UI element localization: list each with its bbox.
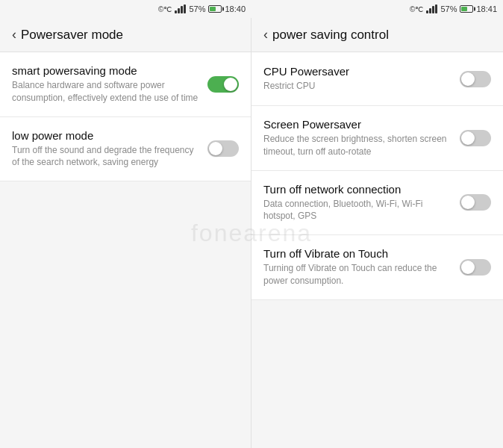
low-power-toggle[interactable] — [207, 140, 239, 157]
left-settings-list: smart powersaving mode Balance hardware … — [0, 52, 251, 448]
nav-title-left: Powersaver mode — [21, 28, 123, 43]
back-button-left[interactable]: ‹ Powersaver mode — [12, 27, 123, 43]
nav-header-left: ‹ Powersaver mode — [0, 18, 251, 52]
status-bar-left: ©℃ 57% 18:40 — [0, 0, 251, 18]
time-right: 18:41 — [476, 4, 497, 13]
smart-powersaving-toggle[interactable] — [207, 76, 239, 93]
back-arrow-right-icon: ‹ — [263, 27, 268, 43]
low-power-desc: Turn off the sound and degrade the frequ… — [12, 144, 199, 169]
screen-toggle-track — [460, 130, 491, 146]
battery-icon-right — [460, 5, 473, 13]
battery-percent-left: 57% — [189, 4, 205, 13]
cpu-powersaver-desc: Restrict CPU — [263, 80, 451, 93]
signal-bars-left — [175, 4, 186, 13]
battery-percent-right: 57% — [440, 4, 457, 13]
cpu-powersaver-text: CPU Powersaver Restrict CPU — [263, 65, 460, 93]
status-bar-right: ©℃ 57% 18:41 — [251, 0, 503, 18]
network-toggle-track — [460, 194, 491, 211]
network-connection-item: Turn off network connection Data connect… — [251, 171, 503, 236]
right-settings-list: CPU Powersaver Restrict CPU Screen Power… — [251, 52, 503, 448]
network-connection-desc: Data connection, Bluetooth, Wi-Fi, Wi-Fi… — [263, 198, 451, 223]
time-left: 18:40 — [225, 4, 246, 13]
screen-powersaver-desc: Reduce the screen brightness, shorten sc… — [263, 133, 451, 158]
status-icons-right: ©℃ — [410, 5, 423, 13]
screen-powersaver-item: Screen Powersaver Reduce the screen brig… — [251, 106, 503, 171]
cpu-powersaver-item: CPU Powersaver Restrict CPU — [251, 52, 503, 106]
low-power-toggle-thumb — [209, 142, 222, 155]
low-power-item: low power mode Turn off the sound and de… — [0, 117, 251, 182]
vibrate-toggle-thumb — [461, 261, 475, 274]
status-bars: ©℃ 57% 18:40 ©℃ 57% 18:41 — [0, 0, 503, 18]
smart-powersaving-title: smart powersaving mode — [12, 64, 199, 77]
network-toggle-thumb — [461, 196, 475, 209]
network-connection-toggle[interactable] — [460, 194, 491, 211]
panel-powersaver-mode: ‹ Powersaver mode smart powersaving mode… — [0, 18, 251, 448]
screen-powersaver-toggle[interactable] — [460, 130, 491, 146]
vibrate-toggle-track — [460, 259, 491, 276]
smart-powersaving-toggle-track — [207, 76, 239, 93]
status-icons-left: ©℃ — [158, 5, 172, 13]
cpu-toggle-track — [460, 71, 491, 87]
smart-powersaving-text: smart powersaving mode Balance hardware … — [12, 64, 207, 105]
signal-bars-right — [426, 4, 437, 13]
low-power-title: low power mode — [12, 129, 199, 142]
nav-title-right: power saving control — [272, 28, 389, 43]
vibrate-touch-item: Turn off Vibrate on Touch Turning off Vi… — [251, 235, 503, 300]
back-arrow-left-icon: ‹ — [12, 27, 16, 43]
screen-toggle-thumb — [461, 131, 475, 145]
panels-wrapper: fonearena ‹ Powersaver mode smart powers… — [0, 18, 503, 448]
vibrate-touch-desc: Turning off Vibrate on Touch can reduce … — [263, 262, 451, 287]
cpu-powersaver-toggle[interactable] — [460, 71, 491, 87]
low-power-toggle-track — [207, 140, 239, 157]
smart-powersaving-item: smart powersaving mode Balance hardware … — [0, 52, 251, 117]
cpu-powersaver-title: CPU Powersaver — [263, 65, 451, 78]
nav-header-right: ‹ power saving control — [251, 18, 503, 52]
battery-icon-left — [208, 5, 222, 13]
vibrate-touch-text: Turn off Vibrate on Touch Turning off Vi… — [263, 247, 460, 287]
screen-powersaver-text: Screen Powersaver Reduce the screen brig… — [263, 118, 460, 158]
smart-powersaving-toggle-thumb — [224, 78, 237, 91]
network-connection-text: Turn off network connection Data connect… — [263, 183, 460, 223]
panel-power-saving-control: ‹ power saving control CPU Powersaver Re… — [251, 18, 503, 448]
smart-powersaving-desc: Balance hardware and software power cons… — [12, 79, 199, 105]
vibrate-touch-toggle[interactable] — [460, 259, 491, 276]
low-power-text: low power mode Turn off the sound and de… — [12, 129, 207, 169]
screen-powersaver-title: Screen Powersaver — [263, 118, 451, 131]
vibrate-touch-title: Turn off Vibrate on Touch — [263, 247, 451, 260]
cpu-toggle-thumb — [461, 72, 475, 86]
network-connection-title: Turn off network connection — [263, 183, 451, 196]
back-button-right[interactable]: ‹ power saving control — [263, 27, 389, 43]
